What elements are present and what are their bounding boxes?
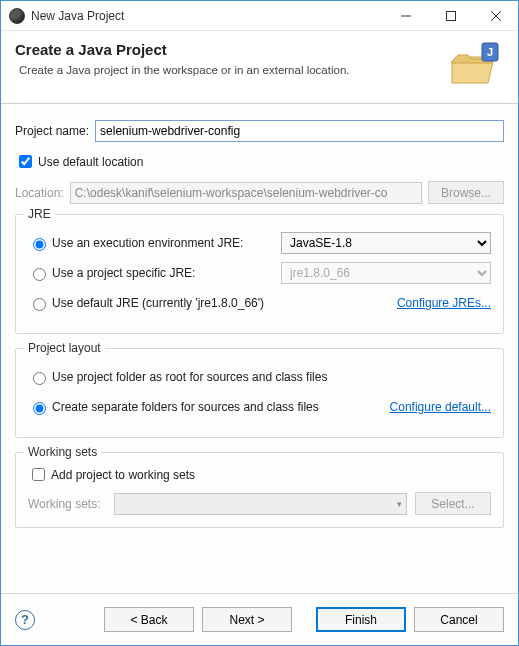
project-layout-group: Project layout Use project folder as roo…	[15, 348, 504, 438]
eclipse-icon	[9, 8, 25, 24]
layout-separate-radio[interactable]	[33, 402, 46, 415]
page-title: Create a Java Project	[15, 41, 440, 58]
back-button[interactable]: < Back	[104, 607, 194, 632]
add-to-working-sets-label: Add project to working sets	[51, 468, 195, 482]
jre-default-radio[interactable]	[33, 298, 46, 311]
jre-specific-radio[interactable]	[33, 268, 46, 281]
window-controls	[383, 1, 518, 30]
dialog-window: New Java Project Create a Java Project C…	[0, 0, 519, 646]
wizard-banner: Create a Java Project Create a Java proj…	[1, 31, 518, 104]
configure-default-link[interactable]: Configure default...	[390, 400, 491, 414]
working-sets-label: Working sets:	[28, 497, 100, 511]
page-description: Create a Java project in the workspace o…	[15, 64, 440, 76]
working-sets-combo: ▾	[114, 493, 407, 515]
help-icon[interactable]: ?	[15, 610, 35, 630]
configure-jres-link[interactable]: Configure JREs...	[397, 296, 491, 310]
project-name-label: Project name:	[15, 124, 89, 138]
layout-root-label: Use project folder as root for sources a…	[52, 370, 327, 384]
layout-root-radio[interactable]	[33, 372, 46, 385]
jre-default-label: Use default JRE (currently 'jre1.8.0_66'…	[52, 296, 264, 310]
jre-specific-label: Use a project specific JRE:	[52, 266, 195, 280]
maximize-button[interactable]	[428, 1, 473, 30]
chevron-down-icon: ▾	[397, 499, 402, 509]
cancel-button[interactable]: Cancel	[414, 607, 504, 632]
jre-specific-select: jre1.8.0_66	[281, 262, 491, 284]
window-title: New Java Project	[31, 9, 383, 23]
finish-button[interactable]: Finish	[316, 607, 406, 632]
jre-group: JRE Use an execution environment JRE: Ja…	[15, 214, 504, 334]
use-default-location-row: Use default location	[15, 152, 504, 171]
project-name-row: Project name:	[15, 120, 504, 142]
jre-exec-env-label: Use an execution environment JRE:	[52, 236, 243, 250]
next-button[interactable]: Next >	[202, 607, 292, 632]
project-layout-title: Project layout	[24, 341, 105, 355]
button-bar: ? < Back Next > Finish Cancel	[1, 593, 518, 645]
location-label: Location:	[15, 186, 64, 200]
jre-group-title: JRE	[24, 207, 55, 221]
titlebar: New Java Project	[1, 1, 518, 31]
minimize-button[interactable]	[383, 1, 428, 30]
java-project-icon: J	[448, 41, 504, 89]
working-sets-title: Working sets	[24, 445, 101, 459]
project-name-input[interactable]	[95, 120, 504, 142]
layout-separate-label: Create separate folders for sources and …	[52, 400, 319, 414]
close-button[interactable]	[473, 1, 518, 30]
location-row: Location: Browse...	[15, 181, 504, 204]
browse-button: Browse...	[428, 181, 504, 204]
working-sets-group: Working sets Add project to working sets…	[15, 452, 504, 528]
use-default-location-checkbox[interactable]	[19, 155, 32, 168]
form-area: Project name: Use default location Locat…	[1, 104, 518, 593]
use-default-location-label: Use default location	[38, 155, 143, 169]
jre-exec-env-radio[interactable]	[33, 238, 46, 251]
location-input	[70, 182, 422, 204]
working-sets-select-button: Select...	[415, 492, 491, 515]
svg-rect-1	[446, 11, 455, 20]
jre-exec-env-select[interactable]: JavaSE-1.8	[281, 232, 491, 254]
svg-text:J: J	[487, 46, 493, 58]
add-to-working-sets-checkbox[interactable]	[32, 468, 45, 481]
